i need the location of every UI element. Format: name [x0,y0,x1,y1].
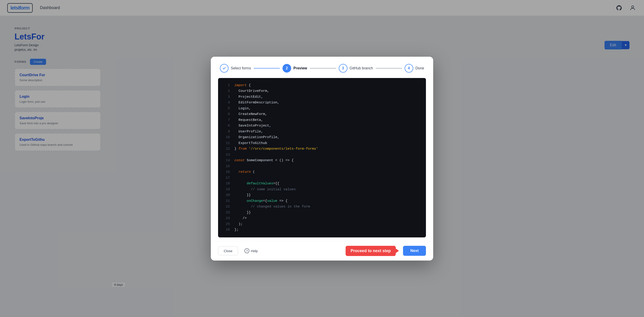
plain-token: /> [234,216,247,220]
plain-token: OrganizationProfile, [234,135,279,139]
line-number: 17 [222,175,230,181]
plain-token [234,188,251,191]
close-button[interactable]: Close [218,247,238,255]
line-content: OrganizationProfile, [234,134,279,140]
code-line-7: 7 RequestBeta, [218,117,426,123]
step-line-2 [310,68,336,68]
keyword-token: return [238,170,251,174]
plain-token: ( [251,170,255,174]
jsx-attr-token: value [267,199,277,203]
code-block: 1import {2 CourtDriveForm,3 ProjectEdit,… [218,78,426,237]
plain-token: }} [234,193,251,197]
plain-token: }} [234,211,251,215]
code-line-18: 18 defaultValues={{ [218,181,426,187]
line-content: UserProfile, [234,129,263,135]
keyword-token: import [234,83,247,87]
line-content: SaveIntoProject, [234,123,271,129]
help-label: Help [251,249,258,253]
comment-token: // changed values in the form [251,205,310,209]
step-1: Select forms [220,64,251,72]
line-number: 1 [222,82,230,88]
line-number: 25 [222,221,230,227]
code-line-15: 15 [218,163,426,169]
code-line-24: 24 /> [218,215,426,221]
line-content: ExportToGithub [234,140,267,146]
line-number: 7 [222,117,230,123]
comment-token: // some initial values [251,188,296,191]
line-content: // changed values in the form [234,204,310,210]
line-content: CreateNewForm, [234,111,267,117]
line-number: 11 [222,140,230,146]
plain-token: } [234,147,238,151]
plain-token: }; [234,228,238,232]
line-number: 24 [222,215,230,221]
line-number: 3 [222,94,230,100]
line-number: 6 [222,111,230,117]
line-number: 16 [222,169,230,175]
line-content: const SomeComponent = () => { [234,158,294,163]
step-4-circle: 4 [404,64,413,72]
code-line-20: 20 }} [218,192,426,198]
code-line-22: 22 // changed values in the form [218,204,426,210]
code-line-13: 13 [218,152,426,158]
code-line-5: 5 Login, [218,106,426,112]
plain-token: => { [277,199,288,203]
line-number: 26 [222,227,230,233]
line-content: EditFormDescription, [234,100,279,106]
proceed-callout: Proceed to next step [346,246,396,256]
line-number: 18 [222,181,230,187]
help-button[interactable]: ? Help [241,246,262,256]
code-line-14: 14const SomeComponent = () => { [218,158,426,163]
code-line-4: 4 EditFormDescription, [218,100,426,106]
code-line-23: 23 }} [218,210,426,216]
code-line-2: 2 CourtDriveForm, [218,88,426,94]
export-modal: Select forms 2 Preview 3 GitHub branch 4… [211,57,433,261]
line-number: 13 [222,152,230,158]
line-number: 22 [222,204,230,210]
code-line-11: 11 ExportToGithub [218,140,426,146]
line-content: /> [234,215,247,221]
line-number: 2 [222,88,230,94]
code-line-3: 3 ProjectEdit, [218,94,426,100]
help-icon: ? [244,248,250,253]
line-number: 4 [222,100,230,106]
keyword-token: from [238,147,247,151]
code-line-25: 25 ); [218,221,426,227]
line-content: } from '//src/components/lets-form-forms… [234,146,318,152]
keyword-token: const [234,158,244,162]
plain-token: ); [234,222,242,226]
line-content: // some initial values [234,187,296,193]
line-content: import { [234,82,251,88]
code-line-10: 10 OrganizationProfile, [218,134,426,140]
line-content: RequestBeta, [234,117,263,123]
plain-token: RequestBeta, [234,118,263,122]
line-number: 23 [222,210,230,216]
code-line-16: 16 return ( [218,169,426,175]
line-number: 8 [222,123,230,129]
step-2-label: Preview [294,66,307,70]
line-content: ); [234,221,242,227]
line-content: Login, [234,106,251,112]
line-number: 12 [222,146,230,152]
plain-token: { [247,83,251,87]
code-line-21: 21 onChange={value => { [218,198,426,204]
line-content: }} [234,210,251,216]
next-button[interactable]: Next [403,246,426,256]
plain-token: SomeComponent = () => { [244,158,294,162]
plain-token [234,182,247,186]
step-2: 2 Preview [282,64,307,72]
step-3-circle: 3 [339,64,348,72]
code-line-1: 1import { [218,82,426,88]
line-content: }} [234,192,251,198]
line-content: }; [234,227,238,233]
step-4-label: Done [416,66,424,70]
code-line-26: 26}; [218,227,426,233]
plain-token [234,176,242,180]
plain-token: Login, [234,107,251,110]
line-content: CourtDriveForm, [234,88,269,94]
code-line-19: 19 // some initial values [218,187,426,193]
line-number: 14 [222,158,230,163]
line-number: 10 [222,134,230,140]
plain-token: CreateNewForm, [234,112,267,116]
plain-token: ={{ [273,182,279,186]
